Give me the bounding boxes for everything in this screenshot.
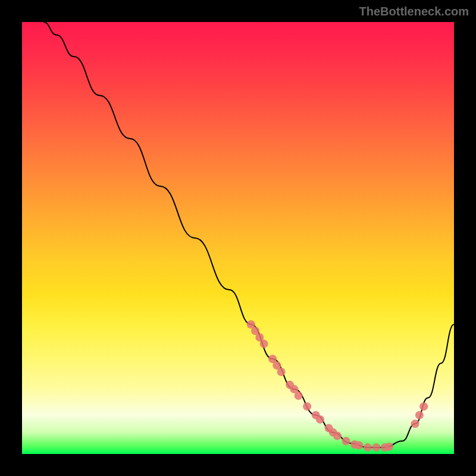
chart-plot-area <box>22 22 454 454</box>
data-point <box>355 441 363 449</box>
data-point <box>411 419 419 428</box>
data-point <box>419 402 428 411</box>
data-point <box>303 402 311 411</box>
data-point <box>385 443 393 451</box>
scatter-points <box>247 320 428 452</box>
data-point <box>295 392 303 400</box>
data-point <box>260 340 268 348</box>
data-point <box>415 411 424 419</box>
watermark-text: TheBottleneck.com <box>359 5 469 18</box>
bottleneck-curve <box>43 22 454 447</box>
data-point <box>316 415 324 424</box>
data-point <box>342 437 350 445</box>
data-point <box>333 432 342 440</box>
data-point <box>277 368 286 376</box>
data-point <box>372 443 380 452</box>
data-point <box>364 443 372 452</box>
chart-svg <box>22 22 454 454</box>
